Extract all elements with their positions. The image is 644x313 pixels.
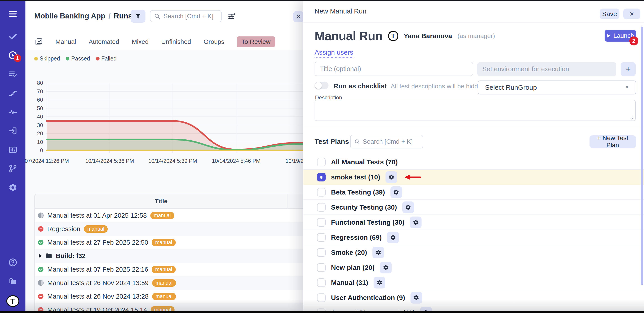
run-type-badge: manual xyxy=(152,293,176,300)
sidebar-item-milestones[interactable] xyxy=(8,88,18,98)
run-title-input[interactable] xyxy=(314,62,473,76)
test-plan-row[interactable]: smoke test (10) xyxy=(303,170,644,185)
run-group-row[interactable]: Build: f32 xyxy=(35,249,303,263)
manager-avatar[interactable]: T xyxy=(388,31,398,41)
run-row[interactable]: Manual tests at 26 Nov 2024 13:28manual xyxy=(35,290,303,303)
column-header-title[interactable]: Title xyxy=(35,198,288,205)
test-plan-settings-button[interactable] xyxy=(380,262,392,273)
test-plan-row[interactable]: Manual (31) xyxy=(303,275,644,290)
test-plan-checkbox[interactable] xyxy=(317,309,326,311)
test-plan-checkbox[interactable] xyxy=(317,294,326,302)
filter-button[interactable] xyxy=(130,10,146,23)
run-title-text: Manual tests at 07 Feb 2025 22:16 xyxy=(47,266,148,273)
select-all-icon[interactable] xyxy=(35,38,43,46)
sidebar-item-tests[interactable] xyxy=(8,31,18,41)
sidebar-item-import[interactable] xyxy=(8,126,18,136)
test-plan-settings-button[interactable] xyxy=(420,307,432,311)
test-plan-checkbox[interactable] xyxy=(317,263,326,272)
sidebar-item-menu[interactable] xyxy=(8,9,18,19)
sidebar-item-pulse[interactable] xyxy=(8,107,18,117)
sidebar-item-projects[interactable] xyxy=(8,276,18,286)
test-plan-label: New plan (20) xyxy=(331,264,374,271)
run-row[interactable]: Manual tests at 01 Apr 2025 12:58manual xyxy=(35,209,303,222)
legend-item-passed[interactable]: Passed xyxy=(66,55,90,62)
test-plans-search-input[interactable] xyxy=(362,138,419,146)
chart-canvas: 0102030405060708007/2024 12:26 PM10/14/2… xyxy=(26,64,303,168)
expand-caret-icon[interactable] xyxy=(39,254,42,258)
test-plan-settings-button[interactable] xyxy=(390,186,402,198)
description-textarea[interactable] xyxy=(314,100,636,121)
breadcrumb-separator: / xyxy=(108,12,110,20)
scrollbar-thumb[interactable] xyxy=(640,26,643,285)
run-row[interactable]: Manual tests at 26 Nov 2024 13:59manual xyxy=(35,276,303,290)
test-plan-row[interactable]: Smoke (20) xyxy=(303,245,644,260)
test-plan-row[interactable]: Account Management (11) xyxy=(303,305,644,311)
sidebar-item-branches[interactable] xyxy=(8,164,18,173)
run-row[interactable]: Manual tests at 27 Feb 2025 22:50manual xyxy=(35,236,303,249)
svg-text:60: 60 xyxy=(37,97,43,103)
close-drawer-button[interactable]: ✕ xyxy=(623,8,640,19)
runs-panel: Mobile Banking App / Runs ✕ xyxy=(26,0,303,311)
legend-item-skipped[interactable]: Skipped xyxy=(34,55,60,62)
tab-automated[interactable]: Automated xyxy=(89,38,119,45)
test-plan-row[interactable]: New plan (20) xyxy=(303,260,644,275)
test-plan-label: Security Testing (30) xyxy=(331,203,397,211)
test-plan-settings-button[interactable] xyxy=(410,292,422,304)
test-plan-row[interactable]: All Manual Tests (70) xyxy=(303,155,644,170)
test-plan-settings-button[interactable] xyxy=(402,201,414,213)
tab-manual[interactable]: Manual xyxy=(56,38,76,45)
tab-unfinished[interactable]: Unfinished xyxy=(161,38,191,45)
test-plan-checkbox[interactable] xyxy=(317,203,326,212)
tab-to-review[interactable]: To Review xyxy=(237,36,275,47)
column-divider[interactable] xyxy=(288,194,288,208)
test-plan-checkbox[interactable] xyxy=(317,248,326,257)
run-as-checklist-toggle[interactable] xyxy=(314,82,328,89)
run-row[interactable]: Regressionmanual xyxy=(35,222,303,236)
test-plan-settings-button[interactable] xyxy=(372,247,384,258)
legend-dot xyxy=(96,57,100,60)
svg-text:40: 40 xyxy=(37,114,43,120)
sidebar-item-test-plans[interactable] xyxy=(8,69,18,79)
add-environment-button[interactable]: + xyxy=(620,62,636,76)
test-plan-settings-button[interactable] xyxy=(374,277,385,289)
run-row[interactable]: Manual tests at 07 Feb 2025 22:16manual xyxy=(35,263,303,276)
test-plan-row[interactable]: Security Testing (30) xyxy=(303,200,644,215)
app-sidebar: 1T xyxy=(0,0,26,311)
test-plan-checkbox[interactable] xyxy=(317,278,326,287)
test-plan-checkbox[interactable] xyxy=(317,158,326,166)
sidebar-item-runs[interactable]: 1 xyxy=(8,50,18,60)
tab-groups[interactable]: Groups xyxy=(204,38,224,45)
sidebar-item-settings[interactable] xyxy=(8,183,18,192)
test-plan-checkbox[interactable] xyxy=(317,233,326,242)
sidebar-item-help[interactable] xyxy=(8,257,18,267)
breadcrumb-page[interactable]: Runs xyxy=(114,12,132,20)
run-title-text: Manual tests at 26 Nov 2024 13:28 xyxy=(47,293,148,300)
test-plan-label: Manual (31) xyxy=(331,279,368,287)
legend-item-failed[interactable]: Failed xyxy=(96,55,117,62)
run-row[interactable]: Manual tests at 19 Oct 2024 15:14manual xyxy=(35,303,303,311)
app-logo[interactable]: T xyxy=(6,295,19,307)
test-plan-checkbox[interactable] xyxy=(317,188,326,196)
rungroup-select[interactable]: Select RunGroup ▼ xyxy=(478,81,636,94)
test-plan-checkbox[interactable] xyxy=(317,173,326,181)
test-plan-row[interactable]: Functional Testing (30) xyxy=(303,215,644,230)
test-plan-row[interactable]: User Authentication (9) xyxy=(303,290,644,305)
close-runs-panel-button[interactable]: ✕ xyxy=(293,11,303,22)
runs-search-input[interactable] xyxy=(163,12,218,20)
test-plan-settings-button[interactable] xyxy=(410,217,422,228)
sidebar-item-analytics[interactable] xyxy=(8,145,18,155)
test-plan-row[interactable]: Beta Testing (39) xyxy=(303,185,644,200)
test-plan-settings-button[interactable] xyxy=(386,171,397,183)
new-test-plan-button[interactable]: + New Test Plan xyxy=(590,135,636,148)
test-plan-settings-button[interactable] xyxy=(387,232,399,243)
test-plan-label: Account Management (11) xyxy=(331,309,415,311)
environment-input[interactable] xyxy=(477,62,616,76)
save-button[interactable]: Save xyxy=(600,8,620,19)
test-plan-row[interactable]: Regression (69) xyxy=(303,230,644,245)
assign-users-link[interactable]: Assign users xyxy=(314,49,353,58)
notification-badge: 1 xyxy=(14,54,22,62)
view-settings-button[interactable] xyxy=(226,12,236,21)
breadcrumb-project[interactable]: Mobile Banking App xyxy=(34,12,106,20)
test-plan-checkbox[interactable] xyxy=(317,218,326,227)
tab-mixed[interactable]: Mixed xyxy=(132,38,148,45)
